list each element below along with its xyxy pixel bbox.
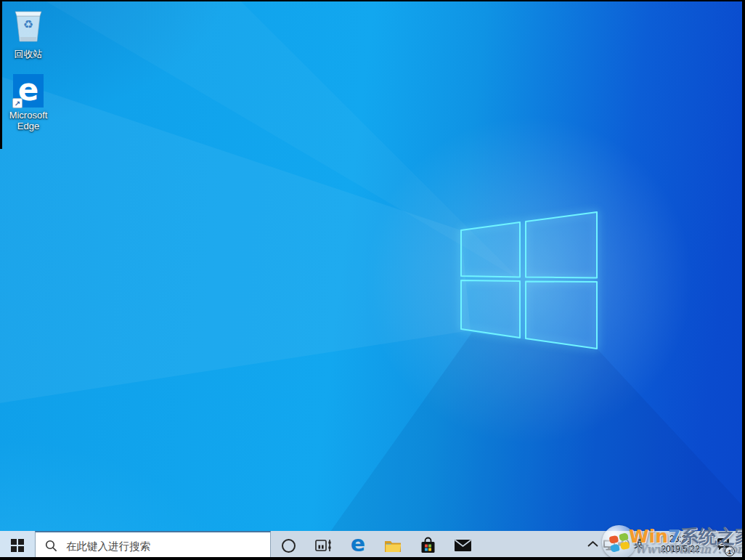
file-explorer-icon (384, 538, 402, 553)
taskbar: e (0, 531, 745, 560)
edge-taskbar-icon: e (351, 533, 365, 555)
screen-edge-left (0, 0, 2, 149)
task-view-icon (315, 538, 332, 553)
windows-logo (436, 189, 617, 370)
search-input[interactable] (65, 540, 246, 553)
network-tray-button[interactable] (602, 531, 616, 557)
cortana-button[interactable] (271, 531, 306, 560)
wallpaper-light-ray-upper (0, 0, 745, 560)
mail-icon (454, 539, 472, 552)
tray-show-hidden-icons-button[interactable] (585, 531, 600, 557)
recycle-bin-desktop-icon[interactable]: ♻ 回收站 (1, 6, 56, 60)
recycle-bin-icon: ♻ (12, 6, 44, 44)
store-button[interactable] (410, 531, 445, 560)
taskbar-search-box[interactable] (35, 531, 271, 560)
wallpaper-light-ray (0, 0, 745, 560)
windows-start-icon (11, 539, 24, 552)
language-indicator[interactable]: 英 (630, 531, 646, 557)
edge-taskbar-button[interactable]: e (341, 531, 375, 560)
screen-edge-right (742, 0, 745, 560)
screen-edge-bottom (0, 557, 745, 560)
edge-desktop-icon[interactable]: e ↗ Microsoft Edge (1, 74, 56, 131)
taskbar-clock[interactable]: 23:20 2019/5/22 (649, 531, 712, 557)
desktop: ♻ 回收站 e ↗ Microsoft Edge (0, 0, 745, 560)
store-icon (420, 537, 436, 554)
clock-time: 23:20 (669, 534, 691, 544)
chevron-up-icon (587, 540, 599, 548)
task-view-button[interactable] (306, 531, 341, 560)
action-center-button[interactable]: 1 (710, 531, 736, 557)
shortcut-arrow-icon: ↗ (12, 98, 23, 108)
speaker-icon (617, 538, 630, 550)
notification-badge: 1 (725, 546, 735, 556)
edge-label: Microsoft Edge (1, 110, 56, 131)
svg-text:♻: ♻ (23, 18, 33, 31)
file-explorer-button[interactable] (375, 531, 410, 560)
edge-icon: e ↗ (13, 74, 44, 107)
volume-tray-button[interactable] (616, 531, 631, 557)
start-button[interactable] (0, 531, 35, 560)
search-icon (45, 540, 57, 552)
screen-edge-top (0, 0, 745, 1)
wallpaper-shadow-ray (0, 0, 745, 560)
recycle-bin-label: 回收站 (1, 49, 56, 60)
cortana-icon (282, 539, 296, 553)
mail-button[interactable] (445, 531, 480, 560)
network-icon (603, 538, 616, 551)
clock-date: 2019/5/22 (661, 544, 699, 554)
